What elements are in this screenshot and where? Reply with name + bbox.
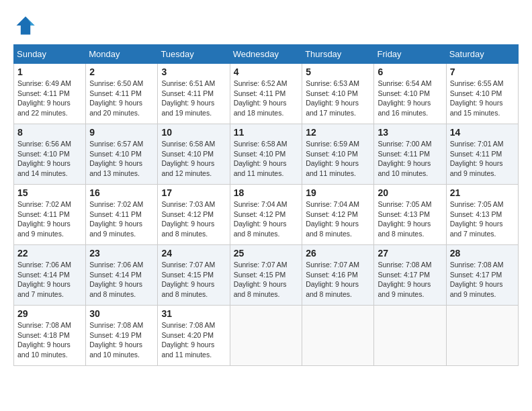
calendar-cell: 21 Sunrise: 7:05 AM Sunset: 4:13 PM Dayl…	[446, 185, 518, 245]
daylight-label: Daylight: 9 hours and 17 minutes.	[306, 99, 359, 117]
calendar-cell: 6 Sunrise: 6:54 AM Sunset: 4:10 PM Dayli…	[374, 64, 446, 124]
day-info: Sunrise: 7:06 AM Sunset: 4:14 PM Dayligh…	[89, 260, 154, 300]
daylight-label: Daylight: 9 hours and 9 minutes.	[17, 220, 71, 238]
sunrise-label: Sunrise: 6:58 AM	[161, 140, 215, 148]
day-info: Sunrise: 7:04 AM Sunset: 4:12 PM Dayligh…	[306, 199, 370, 239]
calendar-cell	[302, 306, 374, 366]
calendar-cell: 30 Sunrise: 7:08 AM Sunset: 4:19 PM Dayl…	[86, 306, 158, 366]
sunrise-label: Sunrise: 7:02 AM	[17, 200, 71, 208]
sunrise-label: Sunrise: 7:08 AM	[17, 321, 71, 329]
daylight-label: Daylight: 9 hours and 8 minutes.	[306, 280, 359, 298]
sunrise-label: Sunrise: 6:59 AM	[306, 140, 359, 148]
calendar-cell: 9 Sunrise: 6:57 AM Sunset: 4:10 PM Dayli…	[86, 124, 158, 185]
daylight-label: Daylight: 9 hours and 8 minutes.	[234, 220, 287, 238]
sunset-label: Sunset: 4:15 PM	[234, 271, 286, 279]
sunset-label: Sunset: 4:11 PM	[161, 89, 214, 97]
calendar-week-2: 8 Sunrise: 6:56 AM Sunset: 4:10 PM Dayli…	[14, 124, 519, 185]
sunset-label: Sunset: 4:18 PM	[17, 331, 70, 339]
daylight-label: Daylight: 9 hours and 13 minutes.	[89, 159, 142, 177]
calendar-cell	[374, 306, 446, 366]
sunset-label: Sunset: 4:10 PM	[306, 150, 358, 158]
day-number: 25	[234, 248, 299, 259]
sunrise-label: Sunrise: 7:02 AM	[89, 200, 143, 208]
day-number: 8	[17, 127, 82, 138]
day-info: Sunrise: 7:01 AM Sunset: 4:11 PM Dayligh…	[450, 139, 515, 179]
daylight-label: Daylight: 9 hours and 8 minutes.	[234, 280, 287, 298]
daylight-label: Daylight: 9 hours and 18 minutes.	[234, 99, 287, 117]
day-info: Sunrise: 7:05 AM Sunset: 4:13 PM Dayligh…	[450, 199, 515, 239]
sunrise-label: Sunrise: 7:07 AM	[161, 261, 215, 269]
daylight-label: Daylight: 9 hours and 8 minutes.	[161, 280, 214, 298]
daylight-label: Daylight: 9 hours and 9 minutes.	[378, 280, 431, 298]
day-number: 6	[378, 66, 442, 77]
day-info: Sunrise: 6:56 AM Sunset: 4:10 PM Dayligh…	[17, 139, 82, 179]
sunset-label: Sunset: 4:10 PM	[17, 150, 70, 158]
calendar-cell	[230, 306, 302, 366]
sunrise-label: Sunrise: 6:55 AM	[450, 79, 504, 87]
day-info: Sunrise: 6:59 AM Sunset: 4:10 PM Dayligh…	[306, 139, 370, 179]
sunrise-label: Sunrise: 6:53 AM	[306, 79, 359, 87]
calendar-cell: 8 Sunrise: 6:56 AM Sunset: 4:10 PM Dayli…	[14, 124, 86, 185]
day-number: 7	[450, 66, 515, 77]
sunset-label: Sunset: 4:16 PM	[306, 271, 358, 279]
calendar-cell: 26 Sunrise: 7:07 AM Sunset: 4:16 PM Dayl…	[302, 245, 374, 306]
sunset-label: Sunset: 4:14 PM	[89, 271, 142, 279]
day-number: 16	[89, 187, 154, 198]
calendar-cell: 28 Sunrise: 7:08 AM Sunset: 4:17 PM Dayl…	[446, 245, 518, 306]
calendar-cell: 16 Sunrise: 7:02 AM Sunset: 4:11 PM Dayl…	[86, 185, 158, 245]
day-number: 13	[378, 127, 442, 138]
sunset-label: Sunset: 4:11 PM	[378, 150, 430, 158]
sunset-label: Sunset: 4:10 PM	[89, 150, 142, 158]
daylight-label: Daylight: 9 hours and 20 minutes.	[89, 99, 142, 117]
calendar-table: SundayMondayTuesdayWednesdayThursdayFrid…	[13, 44, 519, 366]
sunset-label: Sunset: 4:10 PM	[450, 89, 502, 97]
daylight-label: Daylight: 9 hours and 8 minutes.	[306, 220, 359, 238]
sunrise-label: Sunrise: 6:58 AM	[234, 140, 287, 148]
calendar-cell: 11 Sunrise: 6:58 AM Sunset: 4:10 PM Dayl…	[230, 124, 302, 185]
daylight-label: Daylight: 9 hours and 16 minutes.	[378, 99, 431, 117]
day-number: 22	[17, 248, 82, 259]
day-number: 11	[234, 127, 299, 138]
day-info: Sunrise: 7:08 AM Sunset: 4:19 PM Dayligh…	[89, 320, 154, 360]
day-info: Sunrise: 7:03 AM Sunset: 4:12 PM Dayligh…	[161, 199, 226, 239]
sunrise-label: Sunrise: 6:50 AM	[89, 79, 143, 87]
calendar-cell	[446, 306, 518, 366]
calendar-cell: 3 Sunrise: 6:51 AM Sunset: 4:11 PM Dayli…	[158, 64, 230, 124]
day-info: Sunrise: 6:53 AM Sunset: 4:10 PM Dayligh…	[306, 79, 370, 118]
day-number: 4	[234, 66, 299, 77]
day-info: Sunrise: 7:07 AM Sunset: 4:15 PM Dayligh…	[161, 260, 226, 300]
day-number: 10	[161, 127, 226, 138]
header-saturday: Saturday	[446, 45, 518, 64]
calendar-cell: 14 Sunrise: 7:01 AM Sunset: 4:11 PM Dayl…	[446, 124, 518, 185]
daylight-label: Daylight: 9 hours and 8 minutes.	[161, 220, 214, 238]
day-number: 3	[161, 66, 226, 77]
day-number: 12	[306, 127, 370, 138]
sunset-label: Sunset: 4:19 PM	[89, 331, 142, 339]
day-number: 31	[161, 308, 226, 319]
header-monday: Monday	[86, 45, 158, 64]
daylight-label: Daylight: 9 hours and 10 minutes.	[378, 159, 431, 177]
calendar-cell: 29 Sunrise: 7:08 AM Sunset: 4:18 PM Dayl…	[14, 306, 86, 366]
day-info: Sunrise: 6:54 AM Sunset: 4:10 PM Dayligh…	[378, 79, 442, 118]
calendar-cell: 13 Sunrise: 7:00 AM Sunset: 4:11 PM Dayl…	[374, 124, 446, 185]
day-number: 26	[306, 248, 370, 259]
sunset-label: Sunset: 4:12 PM	[234, 210, 286, 218]
calendar-cell: 23 Sunrise: 7:06 AM Sunset: 4:14 PM Dayl…	[86, 245, 158, 306]
day-number: 24	[161, 248, 226, 259]
daylight-label: Daylight: 9 hours and 9 minutes.	[450, 159, 503, 177]
calendar-cell: 7 Sunrise: 6:55 AM Sunset: 4:10 PM Dayli…	[446, 64, 518, 124]
page-header	[13, 13, 519, 38]
sunrise-label: Sunrise: 7:08 AM	[161, 321, 215, 329]
sunrise-label: Sunrise: 7:06 AM	[17, 261, 71, 269]
day-info: Sunrise: 6:58 AM Sunset: 4:10 PM Dayligh…	[234, 139, 299, 179]
sunset-label: Sunset: 4:10 PM	[161, 150, 214, 158]
sunrise-label: Sunrise: 7:06 AM	[89, 261, 143, 269]
day-number: 30	[89, 308, 154, 319]
sunrise-label: Sunrise: 7:05 AM	[378, 200, 431, 208]
sunrise-label: Sunrise: 7:04 AM	[234, 200, 287, 208]
daylight-label: Daylight: 9 hours and 14 minutes.	[17, 159, 71, 177]
calendar-cell: 22 Sunrise: 7:06 AM Sunset: 4:14 PM Dayl…	[14, 245, 86, 306]
logo-icon	[13, 13, 38, 38]
day-info: Sunrise: 7:08 AM Sunset: 4:18 PM Dayligh…	[17, 320, 82, 360]
daylight-label: Daylight: 9 hours and 9 minutes.	[450, 280, 503, 298]
